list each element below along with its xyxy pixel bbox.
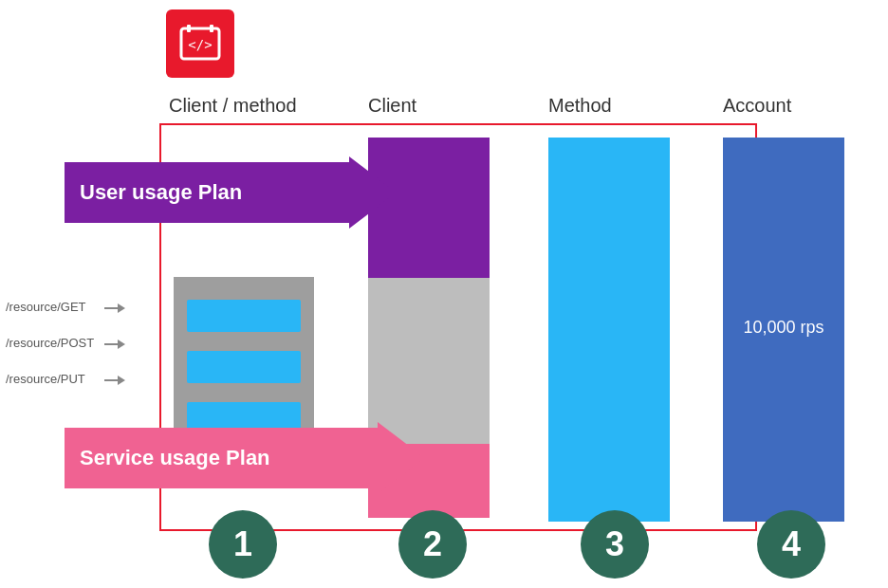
number-circle-3: 3 bbox=[581, 510, 649, 579]
resource-arrow-2 bbox=[104, 340, 125, 349]
header-client-method: Client / method bbox=[169, 95, 297, 117]
service-arrow-body: Service usage Plan bbox=[65, 428, 378, 488]
resource-label-1: /resource/GET bbox=[6, 300, 86, 314]
resource-label-3: /resource/PUT bbox=[6, 372, 85, 386]
svg-text:</>: </> bbox=[188, 37, 212, 52]
user-usage-plan-arrow: User usage Plan bbox=[65, 156, 397, 229]
header-client: Client bbox=[368, 95, 416, 117]
account-rps-label: 10,000 rps bbox=[723, 318, 844, 338]
resource-bar-1 bbox=[187, 300, 301, 332]
header-method: Method bbox=[548, 95, 612, 117]
user-arrow-body: User usage Plan bbox=[65, 162, 349, 223]
svg-rect-2 bbox=[187, 25, 191, 32]
service-arrow-label: Service usage Plan bbox=[80, 446, 270, 470]
service-usage-plan-arrow: Service usage Plan bbox=[65, 422, 425, 494]
resource-arrow-3 bbox=[104, 376, 125, 385]
resource-label-2: /resource/POST bbox=[6, 336, 94, 350]
method-column bbox=[548, 138, 670, 522]
user-arrow-label: User usage Plan bbox=[80, 180, 242, 205]
client-col-mid bbox=[368, 278, 490, 444]
header-account: Account bbox=[723, 95, 791, 117]
user-arrow-head bbox=[349, 156, 397, 229]
service-arrow-head bbox=[378, 422, 425, 494]
resource-bar-2 bbox=[187, 351, 301, 383]
api-icon: </> bbox=[166, 9, 234, 78]
number-circle-1: 1 bbox=[209, 510, 277, 579]
resource-arrow-1 bbox=[104, 303, 125, 313]
number-circle-4: 4 bbox=[757, 510, 825, 579]
svg-rect-3 bbox=[210, 25, 213, 32]
number-circle-2: 2 bbox=[398, 510, 467, 579]
diagram-container: </> Client / method Client Method Accoun… bbox=[0, 0, 888, 588]
